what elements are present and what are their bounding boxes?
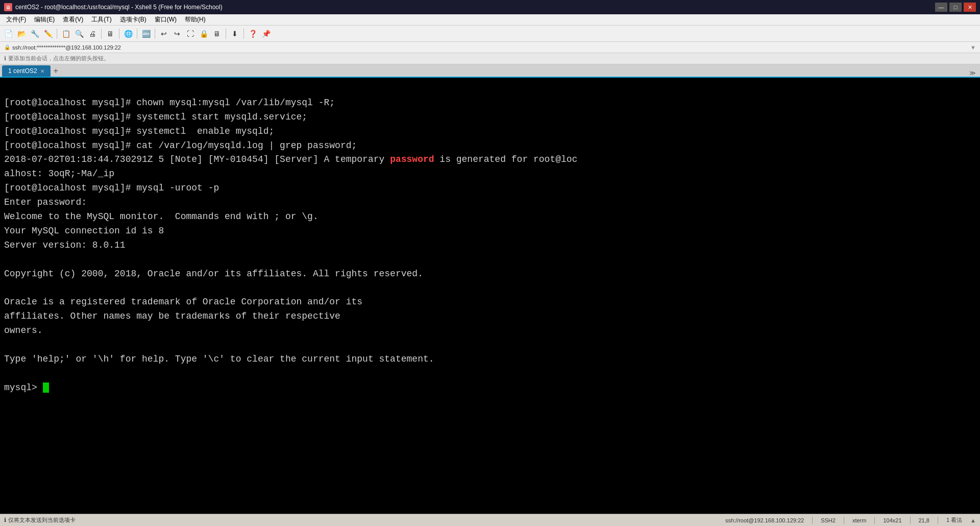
- menu-tools[interactable]: 工具(T): [87, 14, 115, 25]
- address-text: ssh://root:*************@192.168.100.129…: [12, 44, 121, 51]
- menu-window[interactable]: 窗口(W): [151, 14, 181, 25]
- separator-3: [119, 29, 119, 39]
- separator-1: [57, 29, 57, 39]
- toolbar: 📄 📂 🔧 ✏️ 📋 🔍 🖨 🖥 🌐 🔤 ↩ ↪ ⛶ 🔒 🖥 ⬇ ❓ 📌: [0, 26, 980, 42]
- status-divider-2: [844, 517, 844, 524]
- status-size: 104x21: [883, 517, 901, 523]
- status-protocol: SSH2: [821, 517, 836, 523]
- terminal-line-16: Type 'help;' or '\h' for help. Type '\c'…: [4, 354, 434, 364]
- terminal-line-blank-1: [4, 254, 10, 265]
- mysql-prompt: mysql>: [4, 382, 43, 393]
- toolbar-btn-12[interactable]: ↪: [171, 28, 183, 40]
- cmd-1: chown mysql:mysql /var/lib/mysql -R;: [136, 98, 335, 108]
- terminal-line-blank-2: [4, 282, 10, 293]
- toolbar-btn-16[interactable]: ⬇: [229, 28, 241, 40]
- terminal-line-2: [root@localhost mysql]# systemctl start …: [4, 112, 307, 122]
- open-button[interactable]: 📂: [15, 28, 28, 40]
- separator-2: [101, 29, 102, 39]
- hint-icon-status: ℹ: [4, 517, 6, 523]
- address-bar: 🔒 ssh://root:*************@192.168.100.1…: [0, 42, 980, 53]
- close-button[interactable]: ✕: [964, 3, 976, 12]
- terminal-line-4: [root@localhost mysql]# cat /var/log/mys…: [4, 140, 357, 151]
- scrollbar-expand[interactable]: ▲: [970, 517, 976, 523]
- terminal-line-11: Server version: 8.0.11: [4, 240, 126, 250]
- tab-centos2[interactable]: 1 centOS2 ✕: [2, 65, 51, 77]
- terminal-line-1: [root@localhost mysql]# chown mysql:mysq…: [4, 98, 335, 108]
- title-bar-left: 🖥 centOS2 - root@localhost:/usr/local/my…: [4, 3, 223, 11]
- toolbar-btn-6[interactable]: 🔍: [73, 28, 85, 40]
- terminal-line-3: [root@localhost mysql]# systemctl enable…: [4, 126, 274, 136]
- title-bar: 🖥 centOS2 - root@localhost:/usr/local/my…: [0, 0, 980, 14]
- separator-7: [243, 29, 244, 39]
- toolbar-btn-7[interactable]: 🖨: [86, 28, 99, 40]
- separator-5: [155, 29, 155, 39]
- prompt-5: [root@localhost mysql]#: [4, 183, 136, 193]
- maximize-button[interactable]: □: [949, 3, 962, 12]
- terminal-line-10: Your MySQL connection id is 8: [4, 226, 164, 236]
- cmd-2: systemctl start mysqld.service;: [136, 112, 307, 122]
- separator-6: [226, 29, 226, 39]
- cmd-5: mysql -uroot -p: [136, 183, 219, 193]
- status-divider-3: [874, 517, 875, 524]
- lock-icon: 🔒: [4, 44, 10, 50]
- password-highlight: password: [390, 154, 434, 164]
- toolbar-btn-5[interactable]: 📋: [60, 28, 72, 40]
- toolbar-btn-14[interactable]: 🔒: [198, 28, 210, 40]
- status-position: 21,8: [919, 517, 929, 523]
- toolbar-btn-11[interactable]: ↩: [158, 28, 170, 40]
- menu-view[interactable]: 查看(V): [59, 14, 87, 25]
- status-bar: ℹ 仅将文本发送到当前选项卡 ssh://root@192.168.100.12…: [0, 514, 980, 526]
- separator-4: [137, 29, 137, 39]
- status-hint-text: 仅将文本发送到当前选项卡: [8, 516, 76, 524]
- menu-file[interactable]: 文件(F): [2, 14, 30, 25]
- prompt-2: [root@localhost mysql]#: [4, 112, 136, 122]
- new-session-button[interactable]: 📄: [2, 28, 14, 40]
- tab-bar: 1 centOS2 ✕ + ≫: [0, 64, 980, 78]
- hint-text: 要添加当前会话，点击左侧的箭头按钮。: [8, 55, 109, 62]
- terminal-line-8: Enter password:: [4, 197, 87, 207]
- toolbar-btn-8[interactable]: 🖥: [104, 28, 116, 40]
- terminal-line-7: [root@localhost mysql]# mysql -uroot -p: [4, 183, 219, 193]
- terminal[interactable]: [root@localhost mysql]# chown mysql:mysq…: [0, 78, 980, 514]
- menu-edit[interactable]: 编辑(E): [30, 14, 59, 25]
- cmd-3: systemctl enable mysqld;: [136, 126, 274, 136]
- status-terminal: xterm: [852, 517, 867, 523]
- toolbar-btn-10[interactable]: 🔤: [140, 28, 152, 40]
- window-controls: — □ ✕: [935, 3, 976, 12]
- status-left: ℹ 仅将文本发送到当前选项卡: [4, 516, 76, 524]
- prompt-1: [root@localhost mysql]#: [4, 98, 136, 108]
- tab-close-icon[interactable]: ✕: [40, 68, 44, 74]
- toolbar-btn-9[interactable]: 🌐: [122, 28, 134, 40]
- cursor: [43, 382, 49, 393]
- terminal-line-9: Welcome to the MySQL monitor. Commands e…: [4, 211, 318, 222]
- toolbar-btn-15[interactable]: 🖥: [211, 28, 223, 40]
- toolbar-btn-3[interactable]: 🔧: [29, 28, 41, 40]
- menu-help[interactable]: 帮助(H): [181, 14, 210, 25]
- status-divider-1: [812, 517, 813, 524]
- tab-label: 1 centOS2: [8, 67, 37, 75]
- terminal-line-15: owners.: [4, 325, 43, 336]
- menu-tab[interactable]: 选项卡(B): [116, 14, 151, 25]
- prompt-4: [root@localhost mysql]#: [4, 140, 136, 151]
- status-right: ssh://root@192.168.100.129:22 SSH2 xterm…: [725, 516, 976, 524]
- session-hint: ℹ 要添加当前会话，点击左侧的箭头按钮。: [0, 53, 980, 64]
- terminal-line-5: 2018-07-02T01:18:44.730291Z 5 [Note] [MY…: [4, 154, 577, 164]
- tab-add-button[interactable]: +: [51, 65, 61, 77]
- terminal-line-blank-3: [4, 340, 10, 350]
- address-dropdown[interactable]: ▼: [970, 44, 976, 51]
- mysql-prompt-line: mysql>: [4, 382, 49, 393]
- terminal-line-blank-4: [4, 368, 10, 378]
- status-encoding: 1 看法: [946, 516, 962, 524]
- terminal-line-14: affiliates. Other names may be trademark…: [4, 311, 340, 321]
- toolbar-btn-18[interactable]: 📌: [260, 28, 272, 40]
- minimize-button[interactable]: —: [935, 3, 947, 12]
- prompt-3: [root@localhost mysql]#: [4, 126, 136, 136]
- app-icon: 🖥: [4, 3, 12, 11]
- toolbar-btn-13[interactable]: ⛶: [184, 28, 197, 40]
- tab-expand-button[interactable]: ≫: [965, 69, 980, 77]
- terminal-line-13: Oracle is a registered trademark of Orac…: [4, 297, 362, 307]
- window-title: centOS2 - root@localhost:/usr/local/mysq…: [15, 4, 223, 11]
- terminal-line-6: alhost: 3oqR;-Ma/_ip: [4, 169, 114, 179]
- toolbar-btn-4[interactable]: ✏️: [42, 28, 54, 40]
- toolbar-btn-17[interactable]: ❓: [247, 28, 259, 40]
